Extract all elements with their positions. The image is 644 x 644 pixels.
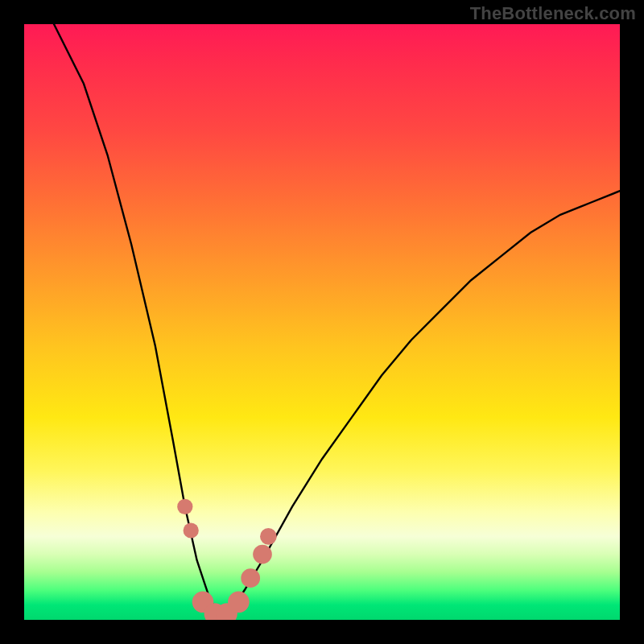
trough-marker [228,591,250,613]
chart-stage: TheBottleneck.com [0,0,644,644]
watermark-text: TheBottleneck.com [470,3,636,24]
curve-svg [24,24,620,620]
plot-area [24,24,620,620]
trough-markers-group [177,499,277,620]
trough-marker [241,568,260,588]
trough-marker [253,545,272,564]
trough-marker [260,528,277,545]
trough-marker [184,522,199,538]
trough-marker [177,499,192,514]
bottleneck-curve-line [54,24,620,620]
